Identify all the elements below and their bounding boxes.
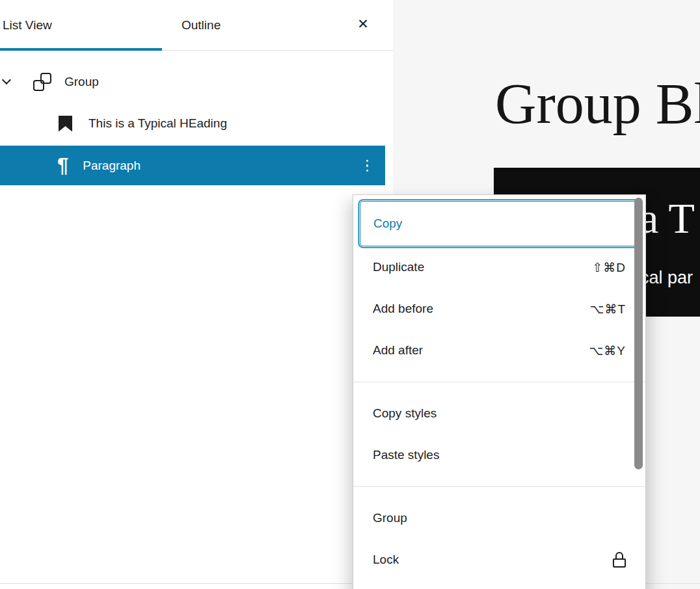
active-tab-indicator — [0, 48, 162, 51]
heading-bookmark-icon — [59, 116, 72, 132]
menu-item-add-after[interactable]: Add after ⌥⌘Y — [353, 330, 645, 371]
menu-item-group[interactable]: Group — [353, 497, 645, 539]
list-item-heading[interactable]: This is a Typical HEading — [0, 108, 385, 139]
chevron-down-icon[interactable] — [2, 75, 11, 85]
list-item-label: Paragraph — [83, 159, 141, 173]
tab-outline[interactable]: Outline — [182, 0, 221, 51]
menu-item-label: Add after — [373, 343, 423, 358]
menu-item-label: Copy styles — [373, 406, 437, 421]
menu-item-label: Paste styles — [373, 448, 439, 462]
block-heading-text: a T — [639, 192, 695, 244]
menu-item-paste-styles[interactable]: Paste styles — [353, 434, 645, 476]
menu-scrollbar[interactable] — [634, 198, 643, 469]
options-kebab-icon[interactable] — [364, 157, 371, 174]
list-item-label: This is a Typical HEading — [88, 116, 227, 131]
list-item-group[interactable]: Group — [0, 66, 385, 98]
menu-item-copy[interactable]: Copy — [360, 201, 639, 246]
block-paragraph-text: cal par — [640, 267, 693, 289]
menu-item-label: Group — [373, 511, 407, 525]
canvas-group-heading: Group Bl — [495, 73, 700, 136]
menu-item-label: Duplicate — [373, 260, 424, 274]
menu-item-lock[interactable]: Lock — [353, 539, 645, 581]
tab-list-view[interactable]: List View — [3, 0, 52, 51]
group-icon — [33, 73, 51, 91]
shortcut-label: ⌥⌘T — [589, 302, 626, 317]
menu-item-label: Add before — [373, 302, 433, 316]
menu-item-label: Copy — [373, 216, 402, 231]
menu-item-duplicate[interactable]: Duplicate ⇧⌘D — [353, 246, 645, 288]
paragraph-pilcrow-icon: ¶ — [57, 155, 68, 176]
menu-item-copy-styles[interactable]: Copy styles — [353, 393, 645, 434]
block-options-menu: Copy Duplicate ⇧⌘D Add before ⌥⌘T Add af… — [353, 194, 646, 589]
menu-item-label: Lock — [373, 553, 399, 567]
list-item-label: Group — [64, 75, 99, 89]
list-item-paragraph-selected[interactable]: ¶ Paragraph — [0, 146, 385, 185]
shortcut-label: ⌥⌘Y — [589, 343, 626, 358]
close-icon[interactable]: ✕ — [352, 13, 374, 35]
menu-item-add-before[interactable]: Add before ⌥⌘T — [353, 288, 645, 330]
shortcut-label: ⇧⌘D — [592, 260, 626, 275]
panel-tab-bar: List View Outline ✕ — [0, 0, 393, 51]
list-view-panel: List View Outline ✕ Group This is a Typi… — [0, 0, 393, 589]
lock-icon — [613, 552, 626, 568]
